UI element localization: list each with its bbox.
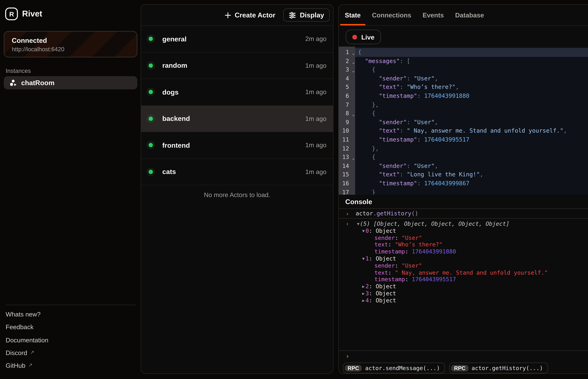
rpc-suggestion-actor-gethistory[interactable]: RPCactor.getHistory(...) <box>449 363 548 373</box>
rpc-suggestion-actor-sendmessage[interactable]: RPCactor.sendMessage(...) <box>343 363 445 373</box>
code-line: "text": "Who’s there?", <box>355 83 588 92</box>
actor-name: backend <box>162 115 190 122</box>
line-number: 4 <box>346 75 349 82</box>
console-row: ‹▼(5) [Object, Object, Object, Object, O… <box>339 221 588 227</box>
line-number: 11 <box>342 136 349 143</box>
live-toggle[interactable]: Live <box>346 30 381 44</box>
create-actor-label: Create Actor <box>235 11 275 19</box>
actor-row-random[interactable]: random1m ago <box>141 52 333 79</box>
tree-collapse-icon[interactable]: ▼ <box>357 221 360 227</box>
console-row: timestamp: 1764043991880 <box>339 248 588 255</box>
console-header[interactable]: Console <box>339 195 588 209</box>
console-row-text: timestamp: 1764043991880 <box>339 248 456 255</box>
gutter-line: 12 <box>339 144 355 153</box>
prompt-icon: › <box>346 352 349 360</box>
fold-chevron-icon[interactable]: ⌄ <box>352 110 355 119</box>
state-json-editor[interactable]: 1⌄2⌄3⌄45678⌄910111213⌄14151617 { "messag… <box>339 47 588 195</box>
fold-chevron-icon[interactable]: ⌄ <box>352 58 355 66</box>
console-row-text: text: " Nay, answer me. Stand and unfold… <box>339 269 548 276</box>
fold-chevron-icon[interactable]: ⌄ <box>352 154 355 163</box>
console-row: ▼1: Object <box>339 255 588 262</box>
rpc-label: actor.sendMessage(...) <box>365 365 440 371</box>
tree-collapse-icon[interactable]: ▼ <box>362 255 365 262</box>
gutter-line: 6 <box>339 92 355 100</box>
connection-status-card[interactable]: Connected http://localhost:6420 <box>4 31 137 57</box>
actor-row-backend[interactable]: backend1m ago <box>141 106 333 132</box>
code-line: "messages": [ <box>355 57 588 65</box>
tab-connections[interactable]: Connections <box>372 12 411 18</box>
tree-expand-icon[interactable]: ▶ <box>362 290 365 297</box>
actor-name: random <box>162 62 187 69</box>
line-number: 15 <box>342 171 349 178</box>
console-row-text: 1: Object <box>339 255 396 262</box>
tree-expand-icon[interactable]: ▶ <box>362 283 365 290</box>
live-dot-icon <box>352 34 357 39</box>
console-row-text: 2: Object <box>339 283 396 290</box>
actor-time: 1m ago <box>305 62 326 69</box>
gutter-line: 10 <box>339 126 355 135</box>
gutter-line: 3⌄ <box>339 65 355 74</box>
empty-note: No more Actors to load. <box>141 191 333 198</box>
status-dot-icon <box>149 90 153 94</box>
display-button[interactable]: Display <box>283 8 330 22</box>
sidebar-item-chatroom[interactable]: chatRoom <box>4 76 137 89</box>
gutter-line: 14 <box>339 162 355 170</box>
code-line: { <box>355 109 588 118</box>
console-history-entry[interactable]: › actor.getHistory() <box>339 209 588 219</box>
line-number: 5 <box>346 84 349 91</box>
gutter-line: 17 <box>339 188 355 195</box>
code-line: "sender": "User", <box>355 162 588 170</box>
sidebar-link-label: Discord <box>6 349 27 356</box>
console-input-row[interactable]: › <box>339 350 588 361</box>
prompt-icon: › <box>346 210 349 217</box>
plus-icon <box>225 12 231 18</box>
sidebar-link-feedback[interactable]: Feedback <box>6 321 135 334</box>
console-row: ▼0: Object <box>339 227 588 234</box>
console-row: ▶3: Object <box>339 290 588 297</box>
code-line: }, <box>355 100 588 109</box>
console-row-text: (5) [Object, Object, Object, Object, Obj… <box>339 221 509 227</box>
tree-expand-icon[interactable]: ▶ <box>362 297 365 304</box>
rivet-logo-letter: R <box>9 10 14 18</box>
actor-row-frontend[interactable]: frontend1m ago <box>141 132 333 159</box>
sidebar-link-whats-new[interactable]: Whats new? <box>6 308 135 321</box>
code-line: "text": " Nay, answer me. Stand and unfo… <box>355 126 588 135</box>
rpc-badge: RPC <box>345 365 362 371</box>
fold-chevron-icon[interactable]: ⌄ <box>352 66 355 75</box>
fold-chevron-icon[interactable]: ⌄ <box>352 49 355 58</box>
actor-name: frontend <box>162 142 190 149</box>
sidebar-links: Whats new?FeedbackDocumentationDiscord↗G… <box>6 308 135 372</box>
console-row-text: 4: Object <box>339 297 396 304</box>
code-line: "text": "Long live the King!", <box>355 170 588 179</box>
sliders-icon <box>289 12 296 18</box>
code-line: "timestamp": 1764043991880 <box>355 92 588 100</box>
console-row-text: sender: "User" <box>339 262 422 269</box>
code-line: { <box>355 153 588 162</box>
sidebar-link-github[interactable]: GitHub↗ <box>6 359 135 372</box>
actor-row-cats[interactable]: cats1m ago <box>141 159 333 185</box>
line-number: 17 <box>342 189 349 195</box>
sidebar-link-label: GitHub <box>6 362 25 369</box>
create-actor-button[interactable]: Create Actor <box>225 11 275 19</box>
actor-row-dogs[interactable]: dogs1m ago <box>141 79 333 106</box>
actor-list-panel: Create Actor Display general2m agorandom… <box>141 4 334 374</box>
gutter-line: 1⌄ <box>339 48 355 57</box>
sidebar-link-discord[interactable]: Discord↗ <box>6 347 135 359</box>
console-row: sender: "User" <box>339 234 588 241</box>
sidebar-link-documentation[interactable]: Documentation <box>6 334 135 347</box>
gutter-line: 2⌄ <box>339 57 355 65</box>
console-row: ▶2: Object <box>339 283 588 290</box>
tab-state[interactable]: State <box>345 12 361 18</box>
console-title: Console <box>345 198 372 205</box>
gutter-line: 13⌄ <box>339 153 355 162</box>
inspector-tabs: StateConnectionsEventsDatabase Running <box>339 5 588 26</box>
instances-label: Instances <box>6 68 31 74</box>
rpc-suggestions: RPCactor.sendMessage(...)RPCactor.getHis… <box>343 363 548 373</box>
actor-row-general[interactable]: general2m ago <box>141 26 333 52</box>
tab-database[interactable]: Database <box>455 12 484 18</box>
actor-time: 1m ago <box>305 115 326 122</box>
tree-collapse-icon[interactable]: ▼ <box>362 227 365 234</box>
inspector-panel: StateConnectionsEventsDatabase Running L… <box>338 4 588 374</box>
tab-events[interactable]: Events <box>423 12 444 18</box>
actor-time: 2m ago <box>305 35 326 42</box>
